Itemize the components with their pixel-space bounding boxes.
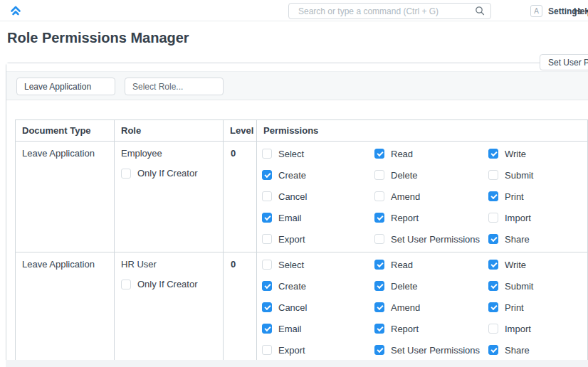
permission-report[interactable]: Report xyxy=(374,324,488,334)
permission-export[interactable]: Export xyxy=(262,345,374,356)
permission-submit[interactable]: Submit xyxy=(488,170,587,181)
checkbox-icon[interactable] xyxy=(374,324,384,334)
permission-label: Email xyxy=(278,324,302,334)
permission-label: Create xyxy=(278,281,306,292)
permission-share[interactable]: Share xyxy=(488,234,587,245)
permission-print[interactable]: Print xyxy=(488,302,587,313)
cell-document-type: Leave Application xyxy=(16,142,115,252)
permission-label: Select xyxy=(278,260,304,270)
header-document-type: Document Type xyxy=(16,120,115,141)
table-row: Leave ApplicationHR UserOnly If Creator0… xyxy=(16,252,587,361)
bottom-strip xyxy=(6,360,588,367)
app-logo-icon[interactable] xyxy=(10,5,21,16)
checkbox-icon[interactable] xyxy=(488,302,498,312)
checkbox-icon[interactable] xyxy=(262,302,272,312)
permission-share[interactable]: Share xyxy=(488,345,587,356)
permission-create[interactable]: Create xyxy=(262,170,374,181)
permission-label: Email xyxy=(278,213,302,223)
checkbox-icon[interactable] xyxy=(374,302,384,312)
checkbox-icon[interactable] xyxy=(488,149,498,159)
permission-email[interactable]: Email xyxy=(262,213,374,223)
help-menu[interactable]: Help xyxy=(574,6,588,16)
checkbox-icon[interactable] xyxy=(121,280,131,289)
checkbox-icon[interactable] xyxy=(488,260,498,270)
table-body: Leave ApplicationEmployeeOnly If Creator… xyxy=(16,141,587,361)
permission-cancel[interactable]: Cancel xyxy=(262,302,374,313)
checkbox-icon[interactable] xyxy=(262,149,272,159)
checkbox-icon[interactable] xyxy=(488,213,498,223)
permission-delete[interactable]: Delete xyxy=(374,281,488,292)
permission-label: Export xyxy=(278,234,305,245)
checkbox-icon[interactable] xyxy=(488,281,498,291)
permission-select[interactable]: Select xyxy=(262,149,374,159)
search-input[interactable] xyxy=(288,3,491,19)
checkbox-icon[interactable] xyxy=(488,191,498,201)
checkbox-icon[interactable] xyxy=(262,191,272,201)
permission-amend[interactable]: Amend xyxy=(374,302,488,313)
permission-import[interactable]: Import xyxy=(488,324,587,334)
only-if-creator-checkbox[interactable]: Only If Creator xyxy=(121,279,216,289)
permission-label: Delete xyxy=(391,281,418,292)
toolbar-strip xyxy=(6,63,588,72)
permission-write[interactable]: Write xyxy=(488,260,587,270)
permission-read[interactable]: Read xyxy=(374,260,488,270)
permission-print[interactable]: Print xyxy=(488,191,587,202)
permission-label: Amend xyxy=(391,191,420,202)
permission-read[interactable]: Read xyxy=(374,149,488,159)
permission-email[interactable]: Email xyxy=(262,324,374,334)
role-select-input[interactable] xyxy=(125,78,224,95)
permissions-table: Document Type Role Level Permissions Lea… xyxy=(15,119,588,361)
permission-write[interactable]: Write xyxy=(488,149,587,159)
permission-label: Delete xyxy=(391,170,418,181)
permission-import[interactable]: Import xyxy=(488,213,587,223)
permission-set-user-permissions[interactable]: Set User Permissions xyxy=(374,345,488,356)
checkbox-icon[interactable] xyxy=(488,324,498,334)
checkbox-icon[interactable] xyxy=(374,234,384,244)
checkbox-icon[interactable] xyxy=(374,345,384,355)
only-if-creator-label: Only If Creator xyxy=(137,168,198,179)
checkbox-icon[interactable] xyxy=(488,234,498,244)
permission-export[interactable]: Export xyxy=(262,234,374,245)
permission-create[interactable]: Create xyxy=(262,281,374,292)
checkbox-icon[interactable] xyxy=(262,213,272,223)
checkbox-icon[interactable] xyxy=(262,345,272,355)
checkbox-icon[interactable] xyxy=(374,149,384,159)
checkbox-icon[interactable] xyxy=(121,169,131,179)
role-name: HR User xyxy=(121,259,216,270)
cell-permissions: SelectReadWriteCreateDeleteSubmitCancelA… xyxy=(257,252,587,361)
document-type-input[interactable] xyxy=(16,78,115,95)
checkbox-icon[interactable] xyxy=(488,345,498,355)
header-permissions: Permissions xyxy=(257,120,587,141)
permission-submit[interactable]: Submit xyxy=(488,281,587,292)
permission-delete[interactable]: Delete xyxy=(374,170,488,181)
only-if-creator-checkbox[interactable]: Only If Creator xyxy=(121,168,216,179)
set-user-permissions-button[interactable]: Set User Permissions xyxy=(540,54,588,70)
checkbox-icon[interactable] xyxy=(262,281,272,291)
permission-label: Set User Permissions xyxy=(391,234,480,245)
checkbox-icon[interactable] xyxy=(488,170,498,180)
checkbox-icon[interactable] xyxy=(262,260,272,270)
permission-label: Select xyxy=(278,149,304,159)
checkbox-icon[interactable] xyxy=(374,281,384,291)
search-icon[interactable] xyxy=(475,6,485,18)
avatar[interactable]: A xyxy=(530,5,542,17)
permission-label: Submit xyxy=(505,281,533,292)
checkbox-icon[interactable] xyxy=(374,213,384,223)
checkbox-icon[interactable] xyxy=(374,260,384,270)
checkbox-icon[interactable] xyxy=(262,170,272,180)
permission-label: Share xyxy=(505,345,530,356)
permission-set-user-permissions[interactable]: Set User Permissions xyxy=(374,234,488,245)
checkbox-icon[interactable] xyxy=(262,234,272,244)
permission-label: Print xyxy=(505,302,524,313)
filter-section xyxy=(6,72,588,100)
permission-label: Write xyxy=(505,260,526,270)
checkbox-icon[interactable] xyxy=(374,191,384,201)
permission-amend[interactable]: Amend xyxy=(374,191,488,202)
checkbox-icon[interactable] xyxy=(374,170,384,180)
checkbox-icon[interactable] xyxy=(262,324,272,334)
table-header-row: Document Type Role Level Permissions xyxy=(16,120,587,141)
permission-report[interactable]: Report xyxy=(374,213,488,223)
permission-select[interactable]: Select xyxy=(262,260,374,270)
permission-cancel[interactable]: Cancel xyxy=(262,191,374,202)
global-search xyxy=(288,3,491,19)
